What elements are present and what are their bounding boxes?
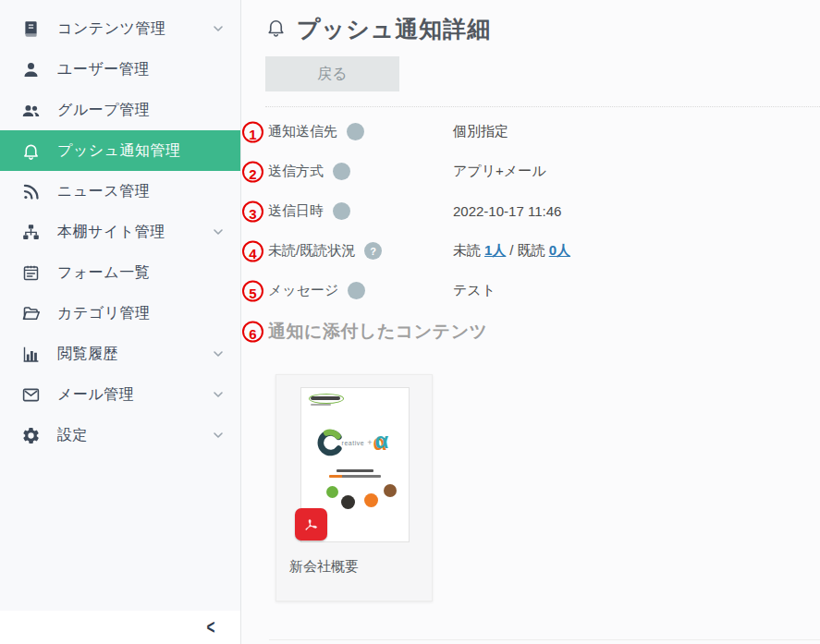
pdf-icon [295, 508, 327, 541]
detail-value: 個別指定 [453, 123, 508, 140]
mail-icon [19, 383, 42, 406]
chevron-down-icon [213, 389, 226, 400]
annotation-number: 3 [242, 200, 263, 222]
help-icon[interactable] [333, 163, 350, 180]
unread-count-link[interactable]: 1人 [484, 242, 506, 260]
annotation-number: 1 [242, 121, 263, 142]
doc-text-lines [301, 469, 409, 478]
help-icon[interactable] [348, 282, 365, 299]
folder-icon [19, 302, 42, 324]
doc-logo-plus: + [367, 438, 372, 447]
detail-label: 送信方式 [268, 163, 324, 180]
book-icon [19, 18, 42, 40]
sidebar-item-history[interactable]: 閲覧履歴 [0, 334, 240, 374]
sidebar-footer: < [0, 611, 240, 644]
sidebar-item-categories[interactable]: カテゴリ管理 [0, 293, 240, 334]
chevron-down-icon [213, 226, 226, 237]
user-icon [19, 58, 42, 80]
attachment-card[interactable]: reative + α α 新会社概要 [275, 374, 433, 601]
help-icon[interactable] [347, 123, 364, 140]
bell-icon [19, 140, 42, 162]
value-text: / 既読 [509, 242, 545, 260]
attachments-section-header: 6 通知に添付したコンテンツ [265, 311, 820, 351]
detail-row: 5 メッセージ テスト [265, 271, 820, 310]
main-content: プッシュ通知詳細 戻る 1 通知送信先 個別指定 2 送信方式 アプリ+メール … [241, 0, 820, 644]
chevron-down-icon [213, 430, 226, 441]
doc-logo: reative + α α [301, 429, 409, 456]
users-icon [19, 99, 42, 121]
doc-mini-logo [311, 396, 340, 406]
detail-label: 通知送信先 [268, 123, 337, 140]
detail-row: 4 未読/既読状況 ? 未読1人/ 既読0人 [265, 231, 820, 271]
sidebar-item-contents[interactable]: コンテンツ管理 [0, 8, 240, 49]
read-count-link[interactable]: 0人 [549, 242, 570, 260]
help-icon[interactable] [333, 202, 350, 220]
sidebar-item-push[interactable]: プッシュ通知管理 [0, 130, 240, 171]
annotation-number: 5 [242, 280, 263, 301]
form-icon [19, 261, 42, 284]
sidebar-collapse-button[interactable]: < [207, 617, 215, 637]
sidebar: コンテンツ管理 ユーザー管理 グループ管理 プッシュ通知管理 ニュース管理 本棚… [0, 0, 241, 644]
help-icon[interactable]: ? [364, 242, 382, 260]
chevron-down-icon [213, 23, 226, 34]
detail-row: 2 送信方式 アプリ+メール [265, 152, 820, 191]
sidebar-item-forms[interactable]: フォーム一覧 [0, 252, 240, 293]
back-button[interactable]: 戻る [265, 56, 399, 91]
detail-value: 2022-10-17 11:46 [453, 203, 561, 219]
attachment-title: 新会社概要 [289, 558, 359, 576]
detail-value: テスト [453, 282, 496, 299]
annotation-number: 2 [242, 161, 263, 182]
rss-icon [19, 180, 42, 202]
value-text: 未読 [453, 242, 481, 260]
annotation-number: 6 [242, 321, 263, 342]
detail-label: 送信日時 [268, 202, 324, 220]
chart-icon [19, 343, 42, 365]
sidebar-item-mail[interactable]: メール管理 [0, 374, 240, 415]
detail-label: 未読/既読状況 [268, 242, 355, 260]
sidebar-item-users[interactable]: ユーザー管理 [0, 49, 240, 90]
divider [265, 106, 820, 107]
doc-logo-text: reative [342, 440, 365, 446]
chevron-down-icon [213, 348, 226, 359]
sidebar-item-news[interactable]: ニュース管理 [0, 171, 240, 212]
detail-list: 1 通知送信先 個別指定 2 送信方式 アプリ+メール 3 送信日時 2022-… [265, 112, 820, 310]
doc-logo-c-icon [315, 429, 343, 456]
detail-value: アプリ+メール [453, 163, 546, 180]
sidebar-item-settings[interactable]: 設定 [0, 415, 240, 456]
sitemap-icon [19, 221, 42, 243]
detail-row: 3 送信日時 2022-10-17 11:46 [265, 191, 820, 231]
detail-label: メッセージ [268, 282, 338, 299]
doc-logo-alpha: α α [374, 431, 395, 455]
divider [269, 639, 820, 640]
annotation-number: 4 [242, 240, 263, 261]
doc-color-dots [301, 483, 409, 507]
sidebar-item-bookshelf[interactable]: 本棚サイト管理 [0, 212, 240, 252]
attachments-section-title: 通知に添付したコンテンツ [265, 320, 488, 344]
sidebar-menu: コンテンツ管理 ユーザー管理 グループ管理 プッシュ通知管理 ニュース管理 本棚… [0, 8, 240, 456]
bell-icon [265, 17, 287, 42]
detail-value: 未読1人/ 既読0人 [453, 242, 570, 260]
detail-row: 1 通知送信先 個別指定 [265, 112, 820, 152]
sidebar-item-groups[interactable]: グループ管理 [0, 90, 240, 130]
page-header: プッシュ通知詳細 [265, 14, 820, 44]
page-title: プッシュ通知詳細 [297, 14, 491, 44]
gear-icon [19, 424, 42, 446]
